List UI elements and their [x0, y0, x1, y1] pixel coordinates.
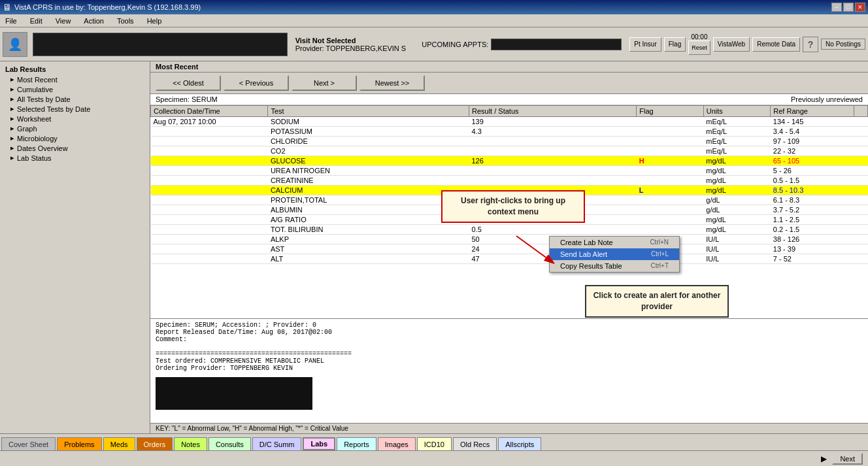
cell-ref: 1.1 - 2.5	[771, 215, 854, 225]
cell-scroll	[854, 215, 868, 225]
cell-units: IU/L	[703, 244, 771, 254]
previous-button[interactable]: < Previous	[224, 75, 289, 91]
cell-units: g/dL	[703, 205, 771, 215]
cell-test: TOT. BILIRUBIN	[268, 225, 469, 235]
cell-ref: 3.7 - 5.2	[771, 205, 854, 215]
previously-unreviewed: Previously unreviewed	[791, 95, 863, 103]
sidebar-item-cumulative[interactable]: ▸Cumulative	[0, 84, 150, 94]
col-test: Test	[268, 106, 469, 117]
menu-tools[interactable]: Tools	[114, 16, 137, 25]
info-black-box	[156, 377, 312, 410]
col-result: Result / Status	[469, 106, 636, 117]
vista-web-button[interactable]: VistaWeb	[713, 37, 750, 52]
table-row[interactable]: UREA NITROGENmg/dL5 - 26	[151, 166, 868, 176]
header-buttons: Pt Insur Flag 00:00 Reset VistaWeb Remot…	[629, 33, 865, 55]
cell-test: ALKP	[268, 235, 469, 244]
table-row[interactable]: CO2mEq/L22 - 32	[151, 146, 868, 156]
cell-test: A/G RATIO	[268, 215, 469, 225]
tab-icd10[interactable]: ICD10	[417, 437, 452, 450]
cell-flag	[637, 137, 704, 146]
cell-ref: 5 - 26	[771, 166, 854, 176]
tab-images[interactable]: Images	[378, 437, 416, 450]
info-line5: Test ordered: COMPREHENSIVE METABOLIC PA…	[156, 358, 863, 365]
tab-reports[interactable]: Reports	[337, 437, 376, 450]
cell-flag	[637, 117, 704, 127]
table-row[interactable]: GLUCOSE126Hmg/dL65 - 105	[151, 156, 868, 166]
minimize-button[interactable]: –	[831, 3, 842, 12]
tab-meds[interactable]: Meds	[103, 437, 135, 450]
cell-scroll	[854, 235, 868, 244]
sidebar-item-all-tests[interactable]: ▸All Tests by Date	[0, 94, 150, 104]
tab-cover-sheet[interactable]: Cover Sheet	[1, 437, 56, 450]
table-row[interactable]: CREATININEmg/dL0.5 - 1.5	[151, 176, 868, 186]
table-row[interactable]: ALKP50IU/L38 - 126	[151, 235, 868, 244]
tab-problems[interactable]: Problems	[57, 437, 101, 450]
lab-table-container[interactable]: Collection Date/Time Test Result / Statu…	[150, 105, 868, 318]
status-next-button[interactable]: Next	[832, 453, 863, 465]
menu-help[interactable]: Help	[144, 16, 165, 25]
ctx-copy-results[interactable]: Copy Results Table Ctrl+T	[550, 260, 679, 272]
ctx-create-lab-note[interactable]: Create Lab Note Ctrl+N	[550, 237, 679, 248]
pt-insur-button[interactable]: Pt Insur	[629, 37, 661, 52]
tab-labs[interactable]: Labs	[303, 437, 335, 450]
tab-dcsum[interactable]: D/C Summ	[252, 437, 302, 450]
cell-ref: 65 - 105	[771, 156, 854, 166]
sidebar-item-worksheet[interactable]: ▸Worksheet	[0, 114, 150, 124]
table-row[interactable]: Aug 07, 2017 10:00SODIUM139mEq/L134 - 14…	[151, 117, 868, 127]
table-row[interactable]: POTASSIUM4.3mEq/L3.4 - 5.4	[151, 127, 868, 137]
menu-edit[interactable]: Edit	[27, 16, 45, 25]
remote-data-button[interactable]: Remote Data	[752, 37, 800, 52]
help-button[interactable]: ?	[803, 37, 818, 52]
sidebar-item-selected-tests[interactable]: ▸Selected Tests by Date	[0, 104, 150, 114]
cell-scroll	[854, 244, 868, 254]
info-line2: Report Released Date/Time: Aug 08, 2017@…	[156, 329, 863, 336]
cell-ref: 7 - 52	[771, 254, 854, 264]
callout-create-alert: Click to create an alert for another pro…	[585, 285, 729, 318]
cell-date	[151, 166, 268, 176]
key-bar: KEY: "L" = Abnormal Low, "H" = Abnormal …	[150, 423, 868, 433]
cell-ref: 6.1 - 8.3	[771, 195, 854, 205]
cell-scroll	[854, 156, 868, 166]
menu-bar: File Edit View Action Tools Help	[0, 14, 868, 27]
table-row[interactable]: ALT47IU/L7 - 52	[151, 254, 868, 264]
cell-test: AST	[268, 244, 469, 254]
nav-buttons: << Oldest < Previous Next > Newest >>	[150, 73, 868, 94]
cell-flag	[637, 166, 704, 176]
table-row[interactable]: TOT. BILIRUBIN0.5mg/dL0.2 - 1.5	[151, 225, 868, 235]
table-row[interactable]: CHLORIDEmEq/L97 - 109	[151, 137, 868, 146]
maximize-button[interactable]: □	[843, 3, 854, 12]
sidebar-item-microbiology[interactable]: ▸Microbiology	[0, 133, 150, 143]
cell-test: CREATININE	[268, 176, 469, 186]
flag-button[interactable]: Flag	[664, 37, 686, 52]
close-button[interactable]: ✕	[855, 3, 865, 12]
title-bar: 🖥 VistA CPRS in use by: Toppenberg,Kevin…	[0, 0, 868, 14]
sidebar: Lab Results ▸Most Recent ▸Cumulative ▸Al…	[0, 61, 150, 433]
ctx-send-lab-alert[interactable]: Send Lab Alert Ctrl+L	[550, 248, 679, 260]
menu-view[interactable]: View	[53, 16, 74, 25]
cell-units: mEq/L	[703, 146, 771, 156]
menu-file[interactable]: File	[3, 16, 20, 25]
sidebar-item-lab-status[interactable]: ▸Lab Status	[0, 153, 150, 163]
col-units: Units	[703, 106, 771, 117]
upcoming-appts: UPCOMING APPTS:	[422, 39, 622, 50]
menu-action[interactable]: Action	[81, 16, 107, 25]
callout-right-click: User right-clicks to bring up context me…	[441, 190, 585, 223]
cell-test: SODIUM	[268, 117, 469, 127]
reset-button[interactable]: Reset	[688, 41, 710, 55]
tab-consults[interactable]: Consults	[209, 437, 251, 450]
oldest-button[interactable]: << Oldest	[156, 75, 221, 91]
cell-test: ALBUMIN	[268, 205, 469, 215]
sidebar-item-most-recent[interactable]: ▸Most Recent	[0, 75, 150, 84]
tab-orders[interactable]: Orders	[137, 437, 173, 450]
tab-allscripts[interactable]: Allscripts	[498, 437, 541, 450]
table-row[interactable]: AST24IU/L13 - 39	[151, 244, 868, 254]
sidebar-item-graph[interactable]: ▸Graph	[0, 124, 150, 133]
status-arrow: ▶	[821, 454, 827, 463]
sidebar-item-dates-overview[interactable]: ▸Dates Overview	[0, 143, 150, 153]
tab-oldrecs[interactable]: Old Recs	[453, 437, 497, 450]
newest-button[interactable]: Newest >>	[359, 75, 425, 91]
next-button[interactable]: Next >	[292, 75, 357, 91]
specimen-bar: Specimen: SERUM Previously unreviewed	[150, 94, 868, 105]
cell-scroll	[854, 166, 868, 176]
tab-notes[interactable]: Notes	[174, 437, 207, 450]
